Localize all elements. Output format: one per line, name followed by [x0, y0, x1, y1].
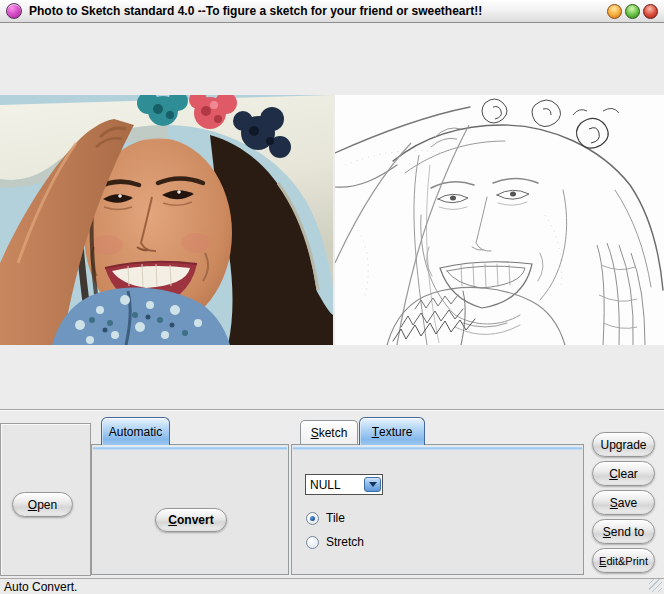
maximize-button[interactable]: [625, 4, 640, 19]
tab-automatic[interactable]: Automatic: [101, 417, 170, 445]
clear-button-accesskey: C: [609, 467, 618, 481]
tab-texture[interactable]: Texture: [359, 417, 425, 445]
minimize-button[interactable]: [607, 4, 622, 19]
stretch-radio-label: Stretch: [326, 535, 364, 549]
stretch-radio[interactable]: Stretch: [306, 535, 364, 549]
texture-select[interactable]: NULL: [305, 474, 383, 495]
app-window: { "window": { "title": "Photo to Sketch …: [0, 0, 664, 594]
tile-radio-circle[interactable]: [306, 512, 319, 525]
edit-print-button-accesskey: E: [599, 555, 606, 567]
tab-sketch[interactable]: Sketch: [300, 420, 358, 444]
save-button-accesskey: S: [610, 496, 618, 510]
sketch-illustration: [335, 95, 664, 345]
panel-divider: [0, 409, 664, 411]
texture-tab-page: [291, 444, 584, 575]
status-bar: Auto Convert.: [0, 578, 664, 594]
tile-radio-label: Tile: [326, 511, 345, 525]
original-photo-illustration: [0, 95, 333, 345]
tile-radio[interactable]: Tile: [306, 511, 345, 525]
resize-grip[interactable]: [649, 579, 662, 592]
upgrade-button[interactable]: Upgrade: [592, 432, 655, 457]
send-to-button[interactable]: Send to: [592, 519, 655, 544]
tab-sketch-accesskey: S: [311, 426, 319, 440]
close-button[interactable]: [643, 4, 658, 19]
tab-sketch-label: ketch: [319, 426, 348, 440]
tab-texture-label: exture: [379, 425, 412, 439]
app-icon: [6, 3, 22, 19]
clear-button[interactable]: Clear: [592, 461, 655, 486]
window-title: Photo to Sketch standard 4.0 --To figure…: [29, 4, 607, 18]
status-text: Auto Convert.: [4, 580, 77, 594]
open-button[interactable]: Open: [12, 492, 73, 517]
tab-texture-accesskey: T: [372, 425, 379, 439]
edit-print-button[interactable]: Edit&Print: [592, 548, 655, 573]
clear-button-label: lear: [618, 467, 638, 481]
tab-automatic-label: Automatic: [109, 425, 162, 439]
texture-select-value: NULL: [306, 478, 364, 492]
send-to-button-accesskey: S: [603, 525, 611, 539]
original-photo-preview: [0, 95, 333, 345]
title-bar[interactable]: Photo to Sketch standard 4.0 --To figure…: [0, 0, 664, 23]
convert-button-label: onvert: [177, 513, 214, 527]
convert-button[interactable]: Convert: [155, 508, 227, 532]
window-controls: [607, 4, 658, 19]
dropdown-arrow-icon[interactable]: [364, 477, 381, 492]
send-to-button-label: end to: [611, 525, 644, 539]
save-button-label: ave: [618, 496, 637, 510]
save-button[interactable]: Save: [592, 490, 655, 515]
edit-print-button-label: dit&Print: [606, 555, 648, 567]
open-button-label: pen: [37, 498, 57, 512]
sketch-result-preview: [335, 95, 664, 345]
upgrade-button-label: Upgrade: [600, 438, 646, 452]
stretch-radio-circle[interactable]: [306, 536, 319, 549]
open-button-accesskey: O: [28, 498, 37, 512]
convert-button-accesskey: C: [168, 513, 177, 527]
